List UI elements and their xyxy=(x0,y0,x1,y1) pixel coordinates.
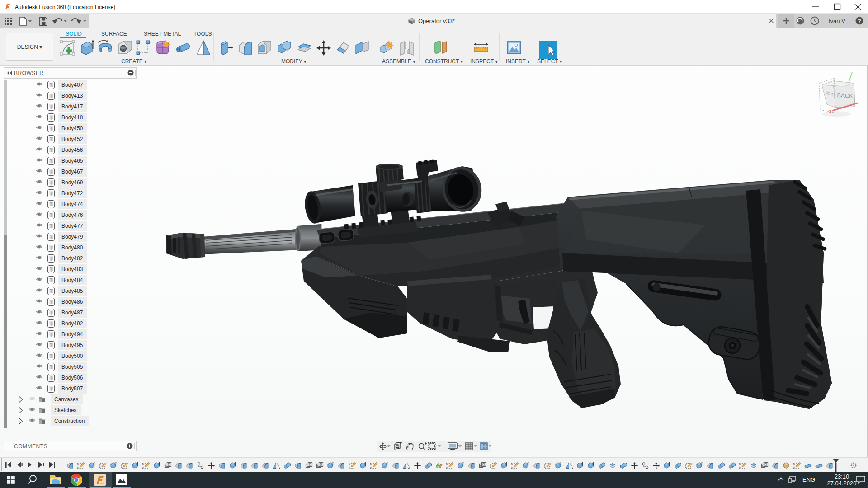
svg-text:ENG: ENG xyxy=(802,476,815,483)
svg-text:X: X xyxy=(829,109,832,114)
svg-text:23:10: 23:10 xyxy=(835,473,849,480)
svg-text:Ivan V: Ivan V xyxy=(829,18,845,24)
svg-text:27.04.2020: 27.04.2020 xyxy=(827,480,856,487)
svg-text:BACK: BACK xyxy=(837,92,853,99)
svg-text:?: ? xyxy=(858,18,861,24)
